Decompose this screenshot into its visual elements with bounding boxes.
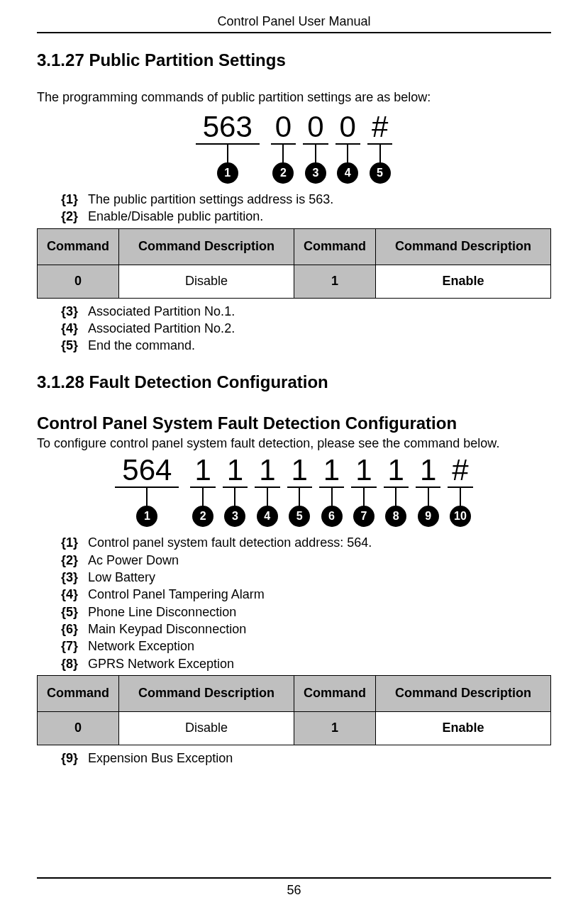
connector-line [299,488,300,506]
connector-line [202,488,204,506]
legend-key: {3} [61,569,78,586]
table-header: Command [294,675,375,711]
bubble-icon: 1 [217,162,238,184]
page-header-title: Control Panel User Manual [37,14,551,33]
table-header: Command Description [376,675,551,711]
table-cell: Disable [119,711,294,745]
section-heading-3-1-27: 3.1.27 Public Partition Settings [37,50,551,70]
legend-item: {8} GPRS Network Exception [61,655,551,672]
section-subheading-3-1-28: Control Panel System Fault Detection Con… [37,413,551,433]
bubble-icon: 4 [337,162,358,184]
command-table-563: Command Command Description Command Comm… [37,228,551,299]
legend-item: {3} Low Battery [61,569,551,586]
table-header: Command Description [119,228,294,265]
legend-564-after: {9} Expension Bus Exception [61,750,551,767]
page-number: 56 [37,877,551,898]
connector-line [331,488,333,506]
legend-item: {4} Control Panel Tampering Alarm [61,586,551,603]
cmd-token: 1 [319,455,344,488]
table-header: Command [294,228,375,265]
bubble-icon: 2 [192,506,213,527]
legend-item: {6} Main Keypad Disconnection [61,621,551,638]
cmd-token: # [448,455,472,488]
cmd-token: # [367,112,392,145]
legend-text: Associated Partition No.1. [88,303,235,320]
legend-item: {2} Ac Power Down [61,552,551,569]
legend-563-after: {3} Associated Partition No.1. {4} Assoc… [61,303,551,355]
bubble-icon: 6 [321,506,343,527]
connector-line [146,488,148,506]
bubble-icon: 5 [289,506,310,527]
legend-item: {1} The public partition settings addres… [61,191,551,208]
connector-line [428,488,429,506]
connector-line [234,488,235,506]
legend-text: Ac Power Down [88,552,179,569]
legend-item: {5} Phone Line Disconnection [61,604,551,621]
legend-text: Control Panel Tampering Alarm [88,586,265,603]
legend-563-before: {1} The public partition settings addres… [61,191,551,226]
bubble-icon: 8 [385,506,406,527]
cmd-token: 1 [384,455,409,488]
bubble-icon: 10 [450,506,471,527]
connector-line [227,145,228,163]
connector-line [363,488,365,506]
legend-key: {5} [61,604,78,621]
connector-line [460,488,461,506]
table-header: Command Description [376,228,551,265]
legend-text: Phone Line Disconnection [88,604,236,621]
legend-key: {4} [61,586,78,603]
legend-564-before: {1} Control panel system fault detection… [61,534,551,672]
legend-text: The public partition settings address is… [88,191,333,208]
legend-key: {1} [61,191,78,208]
connector-line [347,145,348,163]
table-header: Command Description [119,675,294,711]
legend-item: {2} Enable/Disable public partition. [61,208,551,225]
bubble-icon: 1 [136,506,157,527]
legend-key: {2} [61,552,78,569]
cmd-token: 563 [196,112,260,145]
legend-text: Enable/Disable public partition. [88,208,263,225]
table-cell: 0 [38,711,119,745]
cmd-token: 1 [351,455,376,488]
legend-key: {5} [61,337,78,354]
cmd-token: 1 [223,455,248,488]
cmd-token: 0 [303,112,328,145]
connector-line [395,488,396,506]
legend-item: {5} End the command. [61,337,551,354]
command-diagram-563: 563 1 0 2 0 3 0 4 [37,112,551,184]
legend-item: {9} Expension Bus Exception [61,750,551,767]
cmd-token: 1 [255,455,279,488]
legend-key: {8} [61,655,78,672]
section-heading-3-1-28: 3.1.28 Fault Detection Configuration [37,372,551,392]
command-table-564: Command Command Description Command Comm… [37,675,551,745]
document-page: Control Panel User Manual 3.1.27 Public … [0,0,588,912]
table-header: Command [38,228,119,265]
connector-line [379,145,381,163]
legend-item: {1} Control panel system fault detection… [61,534,551,551]
legend-key: {9} [61,750,78,767]
bubble-icon: 3 [224,506,245,527]
cmd-token: 1 [416,455,440,488]
table-cell: 1 [294,265,375,298]
legend-key: {1} [61,534,78,551]
legend-text: Main Keypad Disconnection [88,621,246,638]
cmd-token: 1 [287,455,312,488]
table-row: 0 Disable 1 Enable [38,265,551,298]
connector-line [267,488,268,506]
connector-line [315,145,316,163]
bubble-icon: 4 [257,506,278,527]
table-header: Command [38,675,119,711]
legend-key: {7} [61,638,78,655]
legend-text: Control panel system fault detection add… [88,534,372,551]
table-cell: 1 [294,711,375,745]
legend-key: {6} [61,621,78,638]
cmd-token: 0 [335,112,360,145]
section-intro-3-1-27: The programming commands of public parti… [37,90,551,105]
legend-item: {4} Associated Partition No.2. [61,320,551,337]
command-diagram-564: 564 1 1 2 1 3 1 4 [37,455,551,527]
bubble-icon: 2 [272,162,294,184]
cmd-token: 564 [115,455,179,488]
bubble-icon: 9 [418,506,439,527]
legend-item: {7} Network Exception [61,638,551,655]
bubble-icon: 7 [353,506,375,527]
